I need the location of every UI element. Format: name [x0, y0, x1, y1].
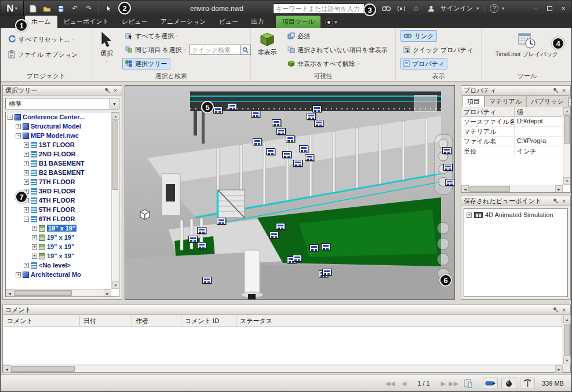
tag-marker[interactable] — [309, 244, 319, 251]
prev-sheet-button[interactable]: ◀ — [399, 378, 409, 389]
tab-publish[interactable]: パブリッシ — [526, 96, 568, 107]
comments-body[interactable] — [3, 327, 562, 364]
comments-column-header[interactable]: コメント — [3, 316, 80, 326]
tag-marker[interactable] — [202, 277, 212, 284]
property-row[interactable]: ファイル名C:¥Progra — [461, 137, 570, 146]
tag-marker[interactable] — [269, 232, 279, 239]
tree-horizontal-scrollbar[interactable]: ◀ ▶ — [6, 289, 111, 296]
close-button[interactable]: × — [556, 3, 570, 14]
tag-marker[interactable] — [321, 243, 330, 250]
scroll-down-arrow[interactable]: ▼ — [563, 177, 570, 185]
tag-marker[interactable] — [445, 179, 454, 186]
properties-horizontal-scrollbar[interactable]: ◀ ▶ — [461, 185, 563, 192]
ribbon-options-button[interactable] — [325, 19, 333, 26]
quick-find-search-button[interactable] — [241, 45, 251, 55]
tag-marker[interactable] — [322, 269, 331, 276]
disk-status-button[interactable] — [520, 378, 535, 389]
comments-vertical-scrollbar[interactable]: ▲ ▼ — [563, 316, 570, 364]
select-same-button[interactable]: 同じ項目 を選択 ▾ — [122, 44, 190, 56]
tag-marker[interactable] — [307, 113, 316, 120]
scroll-thumb[interactable] — [14, 290, 72, 296]
tree-item[interactable]: −6TH FLOOR — [6, 214, 111, 224]
reset-all-button[interactable]: すべてリセット... ▾ — [5, 34, 77, 45]
expand-icon[interactable]: + — [32, 235, 37, 240]
tag-marker[interactable] — [293, 160, 303, 167]
expand-icon[interactable]: + — [24, 179, 29, 185]
tree-item[interactable]: +B2 BASEMENT — [6, 168, 111, 177]
tree-item[interactable]: −MEP Model.nwc — [6, 131, 111, 140]
close-icon[interactable]: × — [111, 86, 119, 94]
scroll-left-arrow[interactable]: ◀ — [3, 365, 10, 373]
save-button[interactable] — [55, 3, 67, 14]
viewpoint-item[interactable]: + 4D Animated Simulation — [467, 211, 565, 218]
scroll-up-arrow[interactable]: ▲ — [563, 316, 571, 323]
tag-marker[interactable] — [312, 105, 322, 112]
properties-vertical-scrollbar[interactable]: ▲ ▼ — [563, 107, 570, 185]
quick-properties-button[interactable]: クイック プロパティ — [400, 44, 476, 56]
tag-marker[interactable] — [228, 103, 237, 110]
tag-marker[interactable] — [299, 145, 308, 152]
links-button[interactable]: リンク — [400, 30, 437, 42]
scroll-thumb[interactable] — [564, 324, 570, 356]
new-file-button[interactable] — [27, 3, 39, 14]
tag-marker[interactable] — [213, 107, 223, 113]
property-row[interactable]: ソースファイル名D:¥depot — [461, 117, 570, 127]
tag-marker[interactable] — [286, 135, 295, 142]
scroll-left-arrow[interactable]: ◀ — [6, 290, 13, 297]
tag-marker[interactable] — [276, 223, 285, 230]
comments-column-header[interactable]: 作者 — [132, 316, 181, 326]
comments-horizontal-scrollbar[interactable]: ◀ ▶ — [3, 365, 563, 372]
tree-item[interactable]: +2ND FLOOR — [6, 149, 111, 159]
expand-icon[interactable]: + — [32, 244, 37, 250]
comments-column-header[interactable]: 日付 — [80, 316, 132, 326]
tree-item[interactable]: +Structural Model — [6, 122, 111, 131]
pencil-status-button[interactable] — [483, 378, 498, 389]
tag-marker[interactable] — [217, 218, 226, 225]
favorites-button[interactable]: ☆ — [410, 3, 422, 14]
expand-icon[interactable]: + — [24, 142, 29, 148]
tag-marker[interactable] — [443, 164, 453, 171]
quick-find-input[interactable] — [190, 45, 241, 55]
tag-marker[interactable] — [266, 148, 275, 155]
tab-scroll-left-button[interactable]: ◀ — [569, 98, 572, 106]
signin-button[interactable]: サインイン — [440, 4, 473, 13]
tag-marker[interactable] — [188, 236, 198, 243]
tag-marker[interactable] — [305, 154, 314, 161]
tag-marker[interactable] — [251, 111, 260, 118]
expand-icon[interactable]: + — [32, 226, 37, 231]
first-sheet-button[interactable]: ◀◀ — [385, 378, 395, 389]
scroll-right-arrow[interactable]: ▶ — [555, 185, 563, 192]
sheet-browser-button[interactable] — [464, 378, 472, 389]
pin-icon[interactable] — [103, 86, 111, 94]
expand-icon[interactable]: + — [16, 272, 21, 277]
tree-item[interactable]: +19" x 19" — [6, 233, 111, 242]
web-status-button[interactable] — [501, 378, 516, 389]
communication-center-button[interactable] — [395, 3, 407, 14]
select-all-button[interactable]: すべてを選択 ▾ — [122, 30, 181, 42]
tag-marker[interactable] — [197, 227, 206, 234]
expand-icon[interactable]: + — [24, 207, 29, 213]
expand-icon[interactable]: + — [24, 263, 29, 268]
pin-icon[interactable] — [552, 86, 560, 94]
tab-view[interactable]: ビュー — [212, 16, 245, 28]
tab-home[interactable]: ホーム — [25, 16, 57, 28]
scroll-right-arrow[interactable]: ▶ — [104, 290, 111, 297]
tag-marker[interactable] — [253, 138, 262, 145]
scroll-right-arrow[interactable]: ▶ — [555, 365, 563, 373]
search-help-button[interactable] — [380, 3, 392, 14]
tab-animation[interactable]: アニメーション — [154, 16, 213, 28]
tag-marker[interactable] — [197, 242, 206, 249]
select-tool-button[interactable] — [103, 3, 115, 14]
tag-marker[interactable] — [442, 147, 451, 154]
scroll-up-arrow[interactable]: ▲ — [563, 107, 570, 115]
expand-icon[interactable]: + — [16, 124, 21, 129]
collapse-icon[interactable]: − — [16, 133, 21, 138]
tag-marker[interactable] — [314, 120, 323, 127]
close-icon[interactable]: × — [560, 197, 568, 205]
tag-marker[interactable] — [272, 119, 281, 126]
tree-item[interactable]: +7TH FLOOR — [6, 177, 111, 186]
properties-button[interactable]: プロパティ — [400, 58, 447, 69]
tab-item[interactable]: 項目 — [462, 96, 484, 107]
tree-item[interactable]: +Architectural Mo — [6, 270, 111, 279]
help-button[interactable]: ? — [490, 4, 498, 13]
